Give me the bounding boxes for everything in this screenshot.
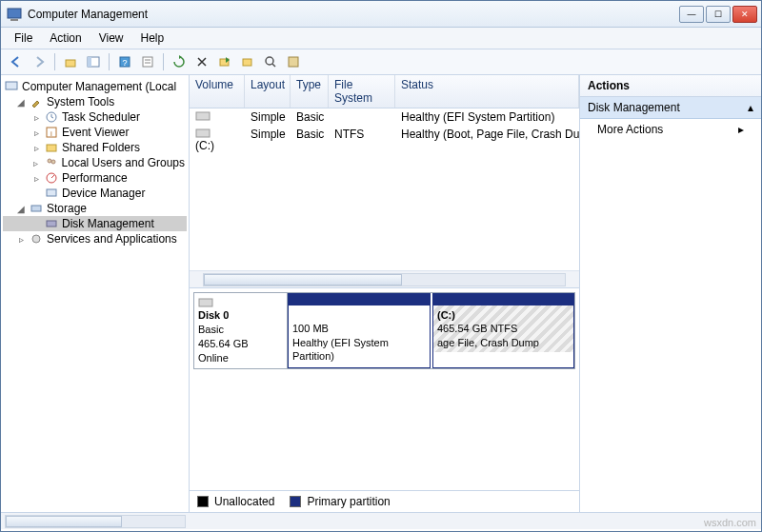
expand-icon[interactable]: ▹ — [31, 158, 41, 168]
volume-hscroll[interactable] — [190, 270, 579, 287]
cell-type: Basic — [291, 109, 329, 125]
col-layout[interactable]: Layout — [245, 75, 291, 108]
tree-label: Event Viewer — [62, 126, 129, 139]
close-button[interactable]: ✕ — [732, 6, 757, 23]
col-volume[interactable]: Volume — [190, 75, 245, 108]
tree-device-manager[interactable]: Device Manager — [3, 186, 187, 201]
tree-system-tools[interactable]: ◢ System Tools — [3, 94, 187, 109]
partition-header — [289, 294, 430, 305]
tree-local-users[interactable]: ▹ Local Users and Groups — [3, 155, 187, 170]
actions-section-label: Disk Management — [588, 101, 680, 114]
collapse-icon[interactable]: ◢ — [16, 97, 26, 108]
tree-task-scheduler[interactable]: ▹ Task Scheduler — [3, 109, 187, 125]
svg-rect-27 — [196, 112, 210, 120]
svg-rect-1 — [10, 19, 18, 21]
actions-more[interactable]: More Actions ▸ — [580, 119, 761, 140]
col-type[interactable]: Type — [291, 75, 329, 108]
minimize-button[interactable]: — — [679, 6, 704, 23]
expand-icon[interactable]: ▹ — [31, 112, 41, 123]
tree-label: Device Manager — [62, 187, 145, 200]
tree-label: System Tools — [47, 95, 114, 108]
col-fs[interactable]: File System — [329, 75, 395, 108]
tree-hscroll[interactable] — [1, 512, 761, 529]
tree-storage[interactable]: ◢ Storage — [3, 201, 187, 216]
cell-fs — [329, 109, 395, 125]
svg-rect-14 — [289, 57, 298, 67]
toolbar-separator — [163, 53, 164, 70]
maximize-button[interactable]: ☐ — [706, 6, 731, 23]
device-icon — [45, 187, 58, 200]
tools-icon — [30, 95, 43, 108]
expand-icon[interactable]: ▹ — [31, 128, 41, 138]
volume-row[interactable]: (C:) Simple Basic NTFS Healthy (Boot, Pa… — [190, 126, 579, 154]
disk-state: Online — [198, 352, 229, 364]
expand-icon[interactable]: ▹ — [16, 234, 26, 245]
help-icon[interactable]: ? — [115, 52, 134, 71]
performance-icon — [45, 171, 58, 185]
nav-tree[interactable]: Computer Management (Local ◢ System Tool… — [1, 75, 190, 512]
cell-fs: NTFS — [329, 127, 395, 153]
actions-more-label: More Actions — [597, 123, 663, 136]
menu-action[interactable]: Action — [42, 30, 89, 47]
tree-disk-management[interactable]: Disk Management — [3, 216, 187, 231]
window-title: Computer Management — [28, 8, 148, 21]
find-icon[interactable] — [261, 52, 280, 71]
settings-icon[interactable] — [238, 52, 257, 71]
expand-icon[interactable]: ▹ — [31, 173, 41, 184]
tree-shared-folders[interactable]: ▹ Shared Folders — [3, 140, 187, 155]
computer-icon — [5, 80, 18, 93]
partition-c[interactable]: (C:) 465.54 GB NTFS age File, Crash Dump — [432, 293, 574, 368]
disk-type: Basic — [198, 324, 224, 335]
app-icon — [7, 7, 22, 22]
svg-text:?: ? — [122, 58, 127, 68]
volume-list[interactable]: Simple Basic Healthy (EFI System Partiti… — [190, 108, 579, 270]
action-icon[interactable] — [284, 52, 303, 71]
cell-status: Healthy (EFI System Partition) — [395, 109, 579, 125]
disk-name: Disk 0 — [198, 309, 229, 321]
titlebar: Computer Management — ☐ ✕ — [1, 1, 761, 28]
cell-type: Basic — [291, 127, 329, 153]
watermark: wsxdn.com — [704, 517, 756, 528]
svg-rect-28 — [196, 129, 210, 137]
up-icon[interactable] — [61, 52, 80, 71]
partition-efi[interactable]: 100 MB Healthy (EFI System Partition) — [288, 293, 431, 368]
disk-row[interactable]: Disk 0 Basic 465.64 GB Online 100 MB Hea… — [193, 292, 575, 369]
expand-icon[interactable]: ▹ — [31, 143, 41, 153]
tree-performance[interactable]: ▹ Performance — [3, 170, 187, 186]
properties-icon[interactable] — [138, 52, 157, 71]
back-button[interactable] — [7, 52, 26, 71]
svg-rect-24 — [31, 206, 41, 211]
svg-rect-11 — [243, 59, 251, 66]
collapse-up-icon[interactable]: ▴ — [748, 101, 753, 114]
tree-label: Storage — [47, 202, 87, 215]
svg-rect-7 — [143, 57, 152, 67]
cell-layout: Simple — [245, 127, 291, 153]
volume-icon — [195, 110, 239, 122]
refresh-icon[interactable] — [170, 52, 189, 71]
actions-section[interactable]: Disk Management ▴ — [580, 97, 761, 119]
volume-row[interactable]: Simple Basic Healthy (EFI System Partiti… — [190, 108, 579, 126]
users-icon — [45, 156, 58, 169]
svg-rect-25 — [47, 221, 56, 227]
partition-status: age File, Crash Dump — [437, 337, 539, 348]
tree-label: Computer Management (Local — [22, 80, 176, 93]
col-status[interactable]: Status — [395, 75, 579, 108]
export-icon[interactable] — [215, 52, 234, 71]
tree-label: Shared Folders — [62, 141, 140, 154]
disk-graphical-pane: Disk 0 Basic 465.64 GB Online 100 MB Hea… — [190, 287, 579, 490]
menu-help[interactable]: Help — [133, 30, 172, 47]
menu-view[interactable]: View — [91, 30, 131, 47]
cell-layout: Simple — [245, 109, 291, 125]
svg-rect-23 — [47, 189, 56, 196]
cell-status: Healthy (Boot, Page File, Crash Dum — [395, 127, 579, 153]
tree-root[interactable]: Computer Management (Local — [3, 79, 187, 94]
partition-header — [433, 294, 573, 305]
tree-event-viewer[interactable]: ▹ i Event Viewer — [3, 125, 187, 140]
forward-button[interactable] — [30, 52, 49, 71]
show-hide-tree-icon[interactable] — [84, 52, 103, 71]
collapse-icon[interactable]: ◢ — [16, 204, 26, 214]
svg-point-20 — [48, 159, 51, 163]
delete-icon[interactable] — [192, 52, 211, 71]
menu-file[interactable]: File — [7, 30, 40, 47]
tree-services-apps[interactable]: ▹ Services and Applications — [3, 231, 187, 246]
